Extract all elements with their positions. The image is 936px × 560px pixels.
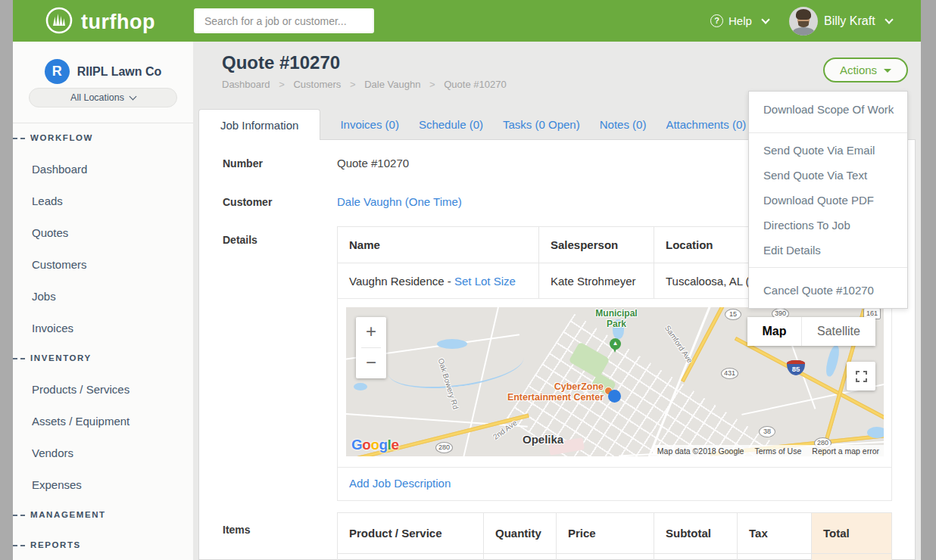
details-header-name: Name: [338, 227, 539, 263]
menu-item-directions-to-job[interactable]: Directions To Job: [749, 213, 907, 238]
help-menu[interactable]: ? Help: [710, 0, 769, 42]
details-cell-name: Vaughn Residence - Set Lot Size: [338, 263, 539, 298]
actions-dropdown-menu: Download Scope Of Work Send Quote Via Em…: [748, 91, 908, 309]
items-row: [338, 554, 891, 560]
zoom-out-button[interactable]: −: [356, 348, 386, 378]
breadcrumb-separator: >: [429, 79, 435, 90]
user-avatar[interactable]: [789, 7, 818, 36]
sidebar: R RIIPL Lawn Co All Locations WORKFLOW D…: [13, 42, 193, 560]
section-inventory: INVENTORY: [30, 353, 92, 362]
menu-item-download-scope-of-work[interactable]: Download Scope Of Work: [749, 92, 907, 128]
park-tree-icon: ▲: [610, 338, 621, 350]
sidebar-item-products-services[interactable]: Products / Services: [32, 383, 129, 396]
breadcrumb: Dashboard > Customers > Dale Vaughn > Qu…: [222, 79, 507, 90]
report-map-error-link[interactable]: Report a map error: [812, 446, 879, 456]
google-logo[interactable]: Google: [351, 437, 398, 453]
main-content: Quote #10270 Dashboard > Customers > Dal…: [193, 42, 921, 560]
menu-item-edit-details[interactable]: Edit Details: [749, 238, 907, 263]
map-type-map-button[interactable]: Map: [747, 317, 802, 346]
user-name: Billy Kraft: [824, 14, 875, 28]
caret-down-icon: [884, 69, 891, 73]
menu-item-cancel-quote[interactable]: Cancel Quote #10270: [749, 272, 907, 308]
items-header-subtotal: Subtotal: [654, 513, 738, 553]
sidebar-item-quotes[interactable]: Quotes: [32, 226, 68, 239]
grass-logo-icon: [45, 6, 73, 38]
menu-item-download-quote-pdf[interactable]: Download Quote PDF: [749, 188, 907, 213]
location-selector[interactable]: All Locations: [29, 88, 177, 107]
zoom-in-button[interactable]: +: [356, 317, 386, 347]
tab-job-information[interactable]: Job Information: [198, 109, 320, 140]
chevron-down-icon: [885, 15, 893, 23]
customer-label: Customer: [223, 196, 272, 208]
menu-item-send-quote-via-email[interactable]: Send Quote Via Email: [749, 138, 907, 163]
location-selector-label: All Locations: [70, 92, 124, 103]
customer-type: (One Time): [405, 195, 462, 208]
map-data-credit: Map data ©2018 Google: [657, 446, 744, 456]
sidebar-item-dashboard[interactable]: Dashboard: [32, 163, 87, 176]
section-reports: REPORTS: [30, 540, 81, 549]
route-shield-431: 431: [721, 368, 738, 379]
add-job-description-link[interactable]: Add Job Description: [349, 477, 451, 490]
sidebar-item-invoices[interactable]: Invoices: [32, 322, 73, 334]
items-header-total: Total: [812, 513, 891, 553]
app-logo[interactable]: turfhop: [45, 6, 155, 38]
fullscreen-button[interactable]: [847, 362, 875, 390]
map-zoom-control: + −: [356, 317, 386, 378]
customer-name[interactable]: Dale Vaughn: [337, 195, 402, 208]
pond: [354, 383, 367, 390]
sidebar-item-vendors[interactable]: Vendors: [32, 446, 73, 459]
set-lot-size-link[interactable]: Set Lot Size: [454, 275, 516, 288]
search-input[interactable]: [194, 8, 374, 33]
fullscreen-icon: [856, 371, 867, 382]
avatar-hair: [796, 9, 811, 20]
map-type-satellite-button[interactable]: Satellite: [802, 317, 875, 346]
right-scrollbar[interactable]: [921, 0, 936, 560]
tab-notes[interactable]: Notes (0): [600, 118, 647, 140]
tab-schedule[interactable]: Schedule (0): [419, 118, 483, 140]
terms-of-use-link[interactable]: Terms of Use: [754, 446, 801, 456]
tab-tasks[interactable]: Tasks (0 Open): [503, 118, 580, 140]
tab-bar: Job Information Invoices (0) Schedule (0…: [198, 109, 746, 140]
page-title: Quote #10270: [222, 52, 340, 73]
tab-attachments[interactable]: Attachments (0): [666, 118, 746, 140]
park-label: Municipal Park: [587, 308, 646, 329]
sidebar-item-leads[interactable]: Leads: [32, 194, 63, 207]
details-header-salesperson: Salesperson: [539, 227, 654, 263]
items-header-product-service: Product / Service: [338, 513, 484, 553]
breadcrumb-dashboard[interactable]: Dashboard: [222, 79, 270, 90]
section-dash-icon: [13, 515, 25, 516]
company-logo[interactable]: R: [45, 59, 70, 84]
details-cell-salesperson: Kate Strohmeyer: [539, 263, 654, 298]
breadcrumb-separator: >: [279, 79, 285, 90]
pond: [437, 339, 467, 349]
help-icon: ?: [710, 14, 723, 27]
menu-item-send-quote-via-text[interactable]: Send Quote Via Text: [749, 163, 907, 188]
left-scrollbar[interactable]: [0, 0, 13, 560]
breadcrumb-separator: >: [350, 79, 356, 90]
actions-button[interactable]: Actions: [823, 58, 908, 82]
customer-link[interactable]: Dale Vaughn (One Time): [337, 195, 462, 208]
number-value: Quote #10270: [337, 157, 409, 170]
chevron-down-icon: [129, 93, 136, 101]
sidebar-divider: [13, 123, 193, 123]
route-shield-15: 15: [725, 309, 741, 320]
breadcrumb-customer-name[interactable]: Dale Vaughn: [364, 79, 420, 90]
sidebar-item-assets-equipment[interactable]: Assets / Equipment: [32, 415, 129, 428]
breadcrumb-current: Quote #10270: [444, 79, 506, 90]
tab-invoices[interactable]: Invoices (0): [340, 118, 399, 140]
user-menu[interactable]: Billy Kraft: [824, 0, 892, 42]
items-label: Items: [223, 524, 251, 536]
map-attribution: Map data ©2018 Google Terms of Use Repor…: [653, 445, 884, 456]
company-name: RIIPL Lawn Co: [77, 65, 162, 79]
items-header-quantity: Quantity: [484, 513, 557, 553]
route-shield-38: 38: [759, 426, 775, 437]
map-container: Municipal Park ▲ Oak Bowery Rd Samford A…: [337, 298, 892, 501]
sidebar-item-expenses[interactable]: Expenses: [32, 478, 82, 491]
items-header-tax: Tax: [738, 513, 812, 553]
section-workflow: WORKFLOW: [30, 133, 93, 142]
google-map[interactable]: Municipal Park ▲ Oak Bowery Rd Samford A…: [346, 307, 884, 456]
actions-button-label: Actions: [840, 64, 877, 76]
breadcrumb-customers[interactable]: Customers: [293, 79, 341, 90]
sidebar-item-jobs[interactable]: Jobs: [32, 290, 56, 303]
sidebar-item-customers[interactable]: Customers: [32, 258, 87, 271]
